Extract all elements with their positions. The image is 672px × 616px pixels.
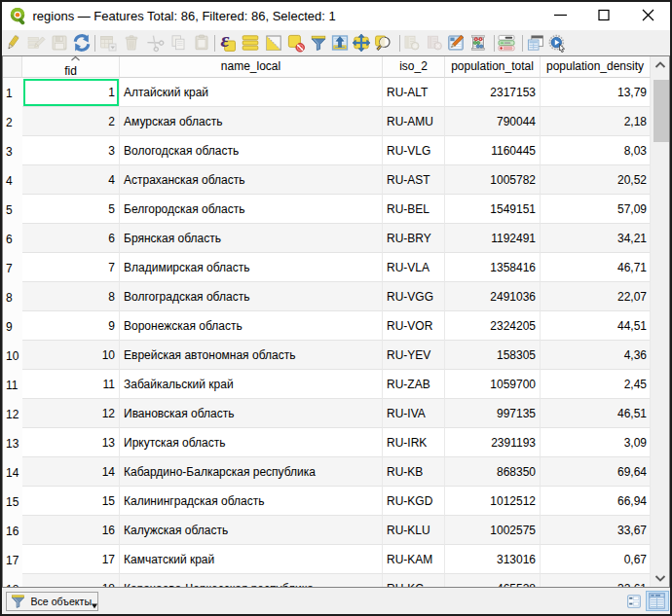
svg-text:ε: ε [221,33,230,52]
